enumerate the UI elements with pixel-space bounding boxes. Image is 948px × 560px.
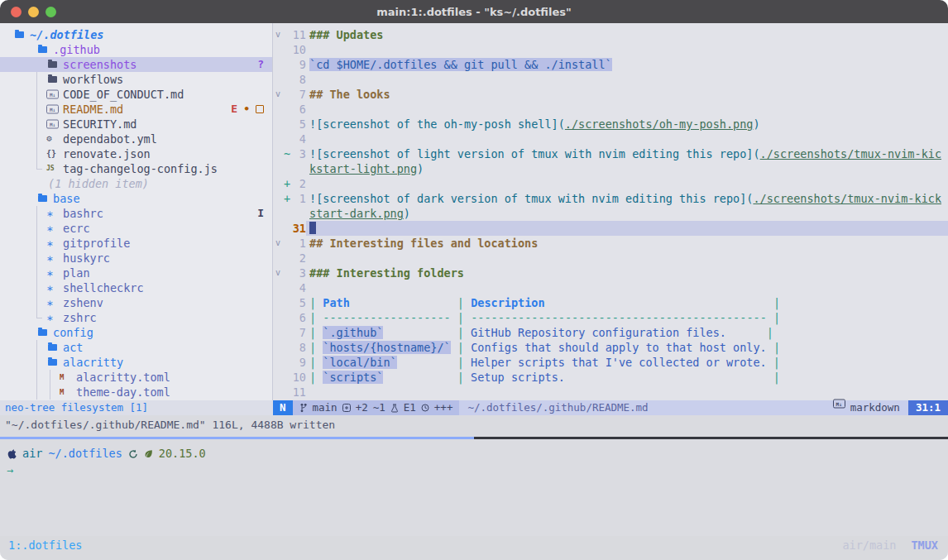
tree-item[interactable]: ∗bashrcI [0,206,272,221]
editor-line[interactable]: v7## The looks [273,87,948,102]
folder-icon [48,76,57,83]
tree-item[interactable]: config [0,325,272,340]
prompt-arrow[interactable]: → [7,462,941,478]
editor-line[interactable]: 6 [273,102,948,117]
tree-item[interactable]: ~/.dotfiles [0,27,272,42]
fold-marker[interactable] [273,340,283,355]
tree-item[interactable]: ⚙dependabot.yml [0,132,272,146]
fold-marker[interactable] [273,146,283,161]
fold-marker[interactable]: v [273,236,283,251]
editor-line[interactable]: 5![screenshot of the oh-my-posh shell](.… [273,117,948,132]
editor-line[interactable]: ~3![screenshot of light version of tmux … [273,146,948,161]
tree-item[interactable]: M↓README.mdE• [0,102,272,117]
editor-line[interactable]: 8 [273,72,948,87]
editor-line[interactable]: start-dark.png) [273,206,948,221]
editor-line[interactable]: 8| `hosts/{hostname}/` | Configs that sh… [273,340,948,355]
editor-line[interactable]: 9| `local/bin` | Helper scripts that I'v… [273,355,948,370]
tree-item[interactable]: ∗zshrc [0,310,272,325]
fold-marker[interactable] [273,117,283,132]
editor-line[interactable]: v3### Interesting folders [273,266,948,280]
fold-marker[interactable] [273,72,283,87]
fold-marker[interactable] [273,325,283,340]
text-segment [464,296,471,309]
tree-item-label: act [63,340,83,355]
gitsign [283,340,291,355]
tree-item[interactable]: {}renovate.json [0,146,272,161]
editor-line[interactable]: 11 [273,385,948,400]
editor-line[interactable]: v11### Updates [273,27,948,42]
tree-item[interactable]: screenshots? [0,57,272,72]
tree-item[interactable]: M↓SECURITY.md [0,117,272,132]
editor-line[interactable]: v1## Interesting files and locations [273,236,948,251]
tree-item-label: README.md [63,102,123,117]
fold-marker[interactable] [273,310,283,325]
editor-line[interactable]: 5| Path | Description | [273,295,948,310]
fold-marker[interactable] [273,251,283,266]
fold-marker[interactable] [273,57,283,72]
editor-line[interactable]: +2 [273,176,948,191]
fold-marker[interactable] [273,295,283,310]
editor-line[interactable]: 4 [273,132,948,146]
editor-buffer[interactable]: v11### Updates109`cd $HOME/.dotfiles && … [273,23,948,400]
editor-line[interactable]: kstart-light.png) [273,161,948,176]
editor-line[interactable]: 7| `.github` | GitHub Repository configu… [273,325,948,340]
fold-marker[interactable] [273,161,283,176]
fold-marker[interactable]: v [273,27,283,42]
line-text [306,72,948,87]
fold-marker[interactable] [273,102,283,117]
tmux-pane-border[interactable] [0,437,948,439]
editor-line[interactable]: 31 [273,221,948,236]
tree-item[interactable]: JStag-changelog-config.js [0,161,272,176]
text-segment: | [773,341,780,354]
minimize-button[interactable] [28,7,39,17]
editor-line[interactable]: 9`cd $HOME/.dotfiles && git pull && ./in… [273,57,948,72]
tree-item[interactable]: ∗zshenv [0,295,272,310]
tree-item[interactable]: workflows [0,72,272,87]
fold-marker[interactable]: v [273,266,283,280]
tree-item[interactable]: Malacritty.toml [0,370,272,385]
tree-item-label: renovate.json [63,146,151,161]
tmux-window-name[interactable]: 1:.dotfiles [8,538,82,553]
fold-marker[interactable] [273,221,283,236]
text-segment: Helper scripts that I've collected or wr… [464,356,773,369]
markdown-icon: M↓ [833,399,845,408]
fold-marker[interactable] [273,132,283,146]
tree-item[interactable]: ∗gitprofile [0,236,272,251]
gitsign [283,117,291,132]
tree-item-label: tag-changelog-config.js [63,161,218,176]
editor-line[interactable]: 4 [273,280,948,295]
fold-marker[interactable] [273,385,283,400]
close-button[interactable] [11,7,22,17]
editor-line[interactable]: 2 [273,251,948,266]
tree-item[interactable]: ∗ecrc [0,221,272,236]
tree-item[interactable]: base [0,191,272,206]
fold-marker[interactable] [273,370,283,385]
tree-item[interactable]: ∗shellcheckrc [0,280,272,295]
tree-item[interactable]: ∗plan [0,266,272,280]
tree-item[interactable]: M↓CODE_OF_CONDUCT.md [0,87,272,102]
tree-item[interactable]: act [0,340,272,355]
gitsign [283,385,291,400]
indent-guide [36,251,37,266]
tree-item[interactable]: .github [0,42,272,57]
fold-marker[interactable]: v [273,87,283,102]
editor-line[interactable]: 10| `scripts` | Setup scripts. | [273,370,948,385]
text-segment: | [773,311,780,324]
fold-marker[interactable] [273,42,283,57]
fold-marker[interactable] [273,206,283,221]
editor-line[interactable]: 10 [273,42,948,57]
neotree-sidebar[interactable]: ~/.dotfiles.githubscreenshots?workflowsM… [0,23,273,400]
shell-pane[interactable]: air ~/.dotfiles 20.15.0 → [0,439,948,536]
fold-marker[interactable] [273,355,283,370]
tree-item[interactable]: Mtheme-day.toml [0,385,272,400]
tree-item[interactable]: alacritty [0,355,272,370]
fold-marker[interactable] [273,176,283,191]
gitsign [283,355,291,370]
zoom-button[interactable] [45,7,56,17]
editor-line[interactable]: +1![screenshot of dark version of tmux w… [273,191,948,206]
fold-marker[interactable] [273,191,283,206]
tree-item[interactable]: (1 hidden item) [0,176,272,191]
editor-line[interactable]: 6| ------------------- | ---------------… [273,310,948,325]
fold-marker[interactable] [273,280,283,295]
tree-item[interactable]: ∗huskyrc [0,251,272,266]
